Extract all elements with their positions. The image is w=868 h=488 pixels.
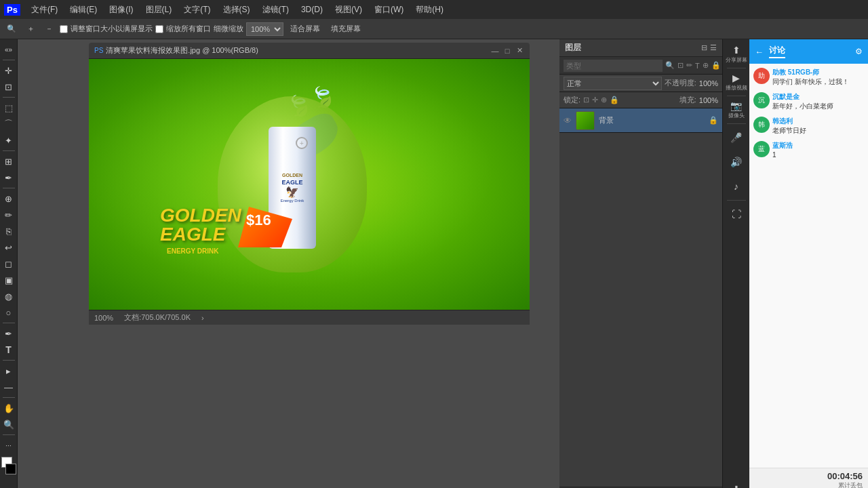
layers-search-input[interactable] [564, 60, 663, 72]
menu-file[interactable]: 文件(F) [26, 3, 63, 17]
chat-back-btn[interactable]: ← [755, 47, 764, 57]
blur-tool[interactable]: ◍ [1, 289, 16, 304]
marquee-tool[interactable]: ⬚ [1, 100, 16, 115]
menu-edit[interactable]: 编辑(E) [64, 3, 102, 17]
adjust-window-checkbox[interactable] [60, 25, 68, 33]
menu-layer[interactable]: 图层(L) [140, 3, 178, 17]
close-btn[interactable]: ✕ [515, 46, 524, 56]
layer-item-background[interactable]: 👁 背景 🔒 [559, 108, 722, 133]
menu-window[interactable]: 窗口(W) [369, 3, 409, 17]
doc-size: 文档:705.0K/705.0K [124, 312, 191, 323]
next-arrow[interactable]: › [201, 314, 204, 322]
zoom-tool[interactable]: 🔍 [1, 417, 16, 432]
menu-image[interactable]: 图像(I) [104, 3, 138, 17]
zoom-out-btn[interactable]: － [41, 22, 57, 35]
layers-title: 图层 [565, 42, 698, 54]
divider [727, 96, 746, 96]
opacity-value: 100% [699, 79, 718, 87]
extra-tools[interactable]: ··· [1, 438, 16, 453]
lock-icon-all[interactable]: 🔒 [610, 96, 619, 104]
fill-screen-btn[interactable]: 填充屏幕 [327, 22, 365, 35]
hand-tool[interactable]: ✋ [1, 401, 16, 415]
fullscreen-btn[interactable]: ⛶ [726, 203, 747, 225]
filter-icon4[interactable]: ⊕ [703, 61, 709, 70]
avatar-teacher: 助 [753, 68, 770, 84]
main-area: «» ✛ ⊡ ⬚ ⌒ ✦ ⊞ ✒ ⊕ ✏ ⎘ ↩ ◻ ▣ ◍ ○ ✒ T ▸ — [0, 39, 868, 488]
zoom-all-windows-checkbox[interactable] [155, 25, 163, 33]
background-color[interactable] [5, 464, 16, 474]
opacity-label: 不透明度: [665, 78, 696, 88]
lock-row: 锁定: ⊡ ✛ ⊕ 🔒 填充: 100% [559, 92, 722, 108]
crop-tool[interactable]: ⊞ [1, 154, 16, 169]
brush-tool[interactable]: ✏ [1, 207, 16, 222]
clone-stamp-tool[interactable]: ⎘ [1, 224, 16, 239]
artboard-tool[interactable]: ⊡ [1, 79, 16, 94]
menu-help[interactable]: 帮助(H) [410, 3, 449, 17]
menu-3d[interactable]: 3D(D) [296, 3, 328, 16]
lock-icon-checkered[interactable]: ⊡ [583, 96, 589, 104]
eyedropper-tool[interactable]: ✒ [1, 170, 16, 185]
discuss-tab[interactable]: 讨论 [769, 45, 785, 58]
divider [3, 60, 15, 60]
chat-text-teacher: 同学们 新年快乐，过我！ [772, 77, 864, 87]
blend-mode-select[interactable]: 正常 [564, 77, 662, 90]
zoom-all-windows-label: 缩放所有窗口 [166, 24, 211, 34]
avatar-silence: 沉 [753, 92, 770, 108]
layer-visibility-icon[interactable]: 👁 [564, 116, 572, 125]
menu-select[interactable]: 选择(S) [218, 3, 256, 17]
history-brush-tool[interactable]: ↩ [1, 240, 16, 255]
healing-tool[interactable]: ⊕ [1, 191, 16, 206]
chat-name-han: 韩选利 [772, 117, 864, 126]
filter-icon2[interactable]: ✏ [686, 61, 692, 70]
share-screen-btn[interactable]: ⬆ 分享屏幕 [726, 43, 747, 65]
play-video-label: 播放视频 [726, 84, 747, 92]
mic-btn[interactable]: 🎤 [726, 127, 747, 148]
quick-select-tool[interactable]: ✦ [1, 133, 16, 148]
dodge-tool[interactable]: ○ [1, 305, 16, 320]
eraser-tool[interactable]: ◻ [1, 256, 16, 271]
chat-message-0: 助 助教 51RGB-师 同学们 新年快乐，过我！ [753, 68, 864, 87]
play-video-btn[interactable]: ▶ 播放视频 [726, 71, 747, 93]
divider [727, 123, 746, 124]
chat-message-2: 韩 韩选利 老师节日好 [753, 117, 864, 136]
time-display: 00:04:56 [827, 471, 863, 481]
maximize-btn[interactable]: □ [502, 46, 512, 56]
layers-panel-header: 图层 ⊟ ☰ [559, 39, 722, 57]
canvas-statusbar: 100% 文档:705.0K/705.0K › [89, 310, 530, 325]
panel-collapse-btn[interactable]: «» [1, 42, 16, 57]
path-selection-tool[interactable]: ▸ [1, 363, 16, 378]
fit-screen-btn[interactable]: 适合屏幕 [286, 22, 324, 35]
minimize-btn[interactable]: — [490, 46, 500, 56]
menu-text[interactable]: 文字(T) [178, 3, 216, 17]
filter-icon1[interactable]: ⊡ [677, 61, 684, 70]
zoom-in-btn[interactable]: ＋ [23, 22, 39, 35]
zoom-select[interactable]: 100% [246, 22, 283, 36]
menu-filter[interactable]: 滤镜(T) [257, 3, 294, 17]
music-btn[interactable]: ♪ [726, 176, 747, 197]
layers-menu-icon[interactable]: ☰ [710, 43, 717, 52]
layer-lock-icon: 🔒 [709, 116, 718, 125]
camera-btn[interactable]: 📷 摄像头 [726, 99, 747, 121]
chat-settings-icon[interactable]: ⚙ [855, 47, 863, 56]
lock-icon-move[interactable]: ✛ [592, 96, 598, 104]
end-class-btn[interactable]: ⬇ 下课 [726, 483, 747, 488]
filter-icon3[interactable]: T [695, 62, 700, 70]
gradient-tool[interactable]: ▣ [1, 272, 16, 287]
main-inner: «» ✛ ⊡ ⬚ ⌒ ✦ ⊞ ✒ ⊕ ✏ ⎘ ↩ ◻ ▣ ◍ ○ ✒ T ▸ — [0, 39, 868, 488]
layers-expand-icon[interactable]: ⊟ [701, 43, 707, 52]
pen-tool[interactable]: ✒ [1, 326, 16, 341]
filter-icon5[interactable]: 🔒 [711, 61, 721, 70]
ps-logo: Ps [4, 4, 20, 16]
volume-btn[interactable]: 🔊 [726, 151, 747, 173]
canvas-area: PS 清爽苹果饮料海报效果图.jpg @ 100%(RGB/8) — □ ✕ 🍃… [18, 39, 559, 488]
lasso-tool[interactable]: ⌒ [1, 117, 16, 131]
lock-icon-art[interactable]: ⊕ [601, 96, 607, 104]
text-tool[interactable]: T [1, 342, 16, 357]
move-tool[interactable]: ✛ [1, 63, 16, 78]
chat-name-silence: 沉默是金 [772, 92, 864, 102]
chat-text-silence: 新年好，小白菜老师 [772, 102, 864, 111]
shape-tool[interactable]: — [1, 380, 16, 394]
menu-view[interactable]: 视图(V) [330, 3, 368, 17]
divider [3, 188, 15, 188]
chat-text-lan: 1 [772, 150, 864, 160]
